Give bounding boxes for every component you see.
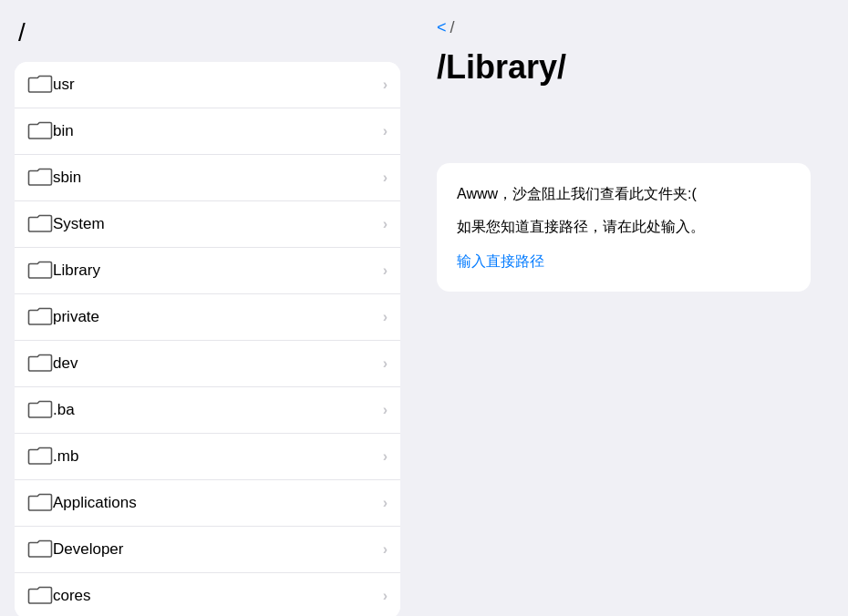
chevron-right-icon: › xyxy=(383,309,388,325)
chevron-right-icon: › xyxy=(383,402,388,418)
file-list-item-private[interactable]: private› xyxy=(15,294,400,341)
chevron-right-icon: › xyxy=(383,495,388,511)
file-item-name-system: System xyxy=(53,215,383,233)
file-list-item-library[interactable]: Library› xyxy=(15,248,400,294)
file-item-name-ba: .ba xyxy=(53,401,383,419)
page-title: /Library/ xyxy=(437,48,826,87)
file-list-item-cores[interactable]: cores› xyxy=(15,573,400,616)
breadcrumb-separator: / xyxy=(450,18,455,37)
file-item-name-applications: Applications xyxy=(53,494,383,512)
file-list-item-mb[interactable]: .mb› xyxy=(15,434,400,480)
folder-icon xyxy=(27,305,53,329)
breadcrumb-back-button[interactable]: < xyxy=(437,18,447,37)
file-item-name-usr: usr xyxy=(53,76,383,94)
file-list-item-system[interactable]: System› xyxy=(15,201,400,248)
file-list: usr› bin› sbin› System› Library› private… xyxy=(15,62,400,616)
folder-icon xyxy=(27,212,53,236)
file-list-item-dev[interactable]: dev› xyxy=(15,341,400,387)
folder-icon xyxy=(27,73,53,97)
chevron-right-icon: › xyxy=(383,541,388,558)
file-list-item-sbin[interactable]: sbin› xyxy=(15,155,400,201)
direct-path-link[interactable]: 输入直接路径 xyxy=(457,253,544,269)
file-list-item-applications[interactable]: Applications› xyxy=(15,480,400,527)
file-item-name-dev: dev xyxy=(53,354,383,373)
file-list-item-usr[interactable]: usr› xyxy=(15,62,400,108)
chevron-right-icon: › xyxy=(383,77,388,93)
folder-icon xyxy=(27,538,53,561)
file-item-name-cores: cores xyxy=(53,587,383,605)
chevron-right-icon: › xyxy=(383,448,388,465)
chevron-right-icon: › xyxy=(383,169,388,186)
chevron-right-icon: › xyxy=(383,262,388,279)
folder-icon xyxy=(27,119,53,143)
chevron-right-icon: › xyxy=(383,216,388,232)
folder-icon xyxy=(27,166,53,190)
file-item-name-library: Library xyxy=(53,262,383,280)
root-label: / xyxy=(15,18,400,47)
sandbox-card: Awww，沙盒阻止我们查看此文件夹:( 如果您知道直接路径，请在此处输入。 输入… xyxy=(437,163,811,292)
folder-icon xyxy=(27,491,53,515)
file-item-name-bin: bin xyxy=(53,122,383,140)
file-list-item-bin[interactable]: bin› xyxy=(15,108,400,155)
right-panel: < / /Library/ Awww，沙盒阻止我们查看此文件夹:( 如果您知道直… xyxy=(415,0,848,616)
file-item-name-private: private xyxy=(53,308,383,326)
chevron-right-icon: › xyxy=(383,588,388,604)
file-item-name-developer: Developer xyxy=(53,540,383,559)
folder-icon xyxy=(27,445,53,468)
file-item-name-mb: .mb xyxy=(53,447,383,466)
folder-icon xyxy=(27,259,53,282)
file-list-item-developer[interactable]: Developer› xyxy=(15,527,400,573)
file-list-item-ba[interactable]: .ba› xyxy=(15,387,400,434)
breadcrumb: < / xyxy=(437,18,826,37)
folder-icon xyxy=(27,398,53,422)
chevron-right-icon: › xyxy=(383,355,388,372)
folder-icon xyxy=(27,352,53,375)
file-item-name-sbin: sbin xyxy=(53,169,383,187)
sandbox-hint: 如果您知道直接路径，请在此处输入。 xyxy=(457,216,791,238)
sandbox-message: Awww，沙盒阻止我们查看此文件夹:( xyxy=(457,183,791,205)
folder-icon xyxy=(27,584,53,608)
chevron-right-icon: › xyxy=(383,123,388,139)
left-panel: / usr› bin› sbin› System› Library› priva… xyxy=(0,0,415,616)
